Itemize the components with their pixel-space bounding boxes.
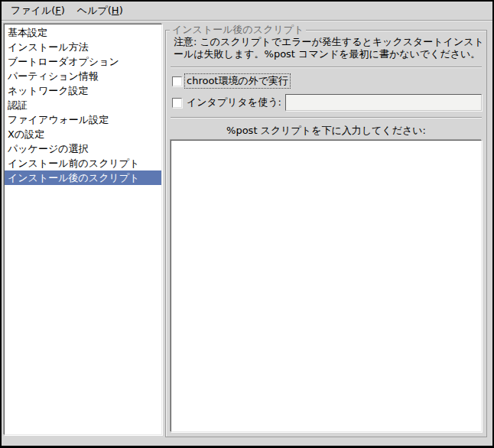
sidebar-item[interactable]: 基本設定 xyxy=(5,25,161,40)
menu-help-label: ヘルプ( xyxy=(77,5,112,16)
menu-help[interactable]: ヘルプ(H) xyxy=(71,2,129,20)
sidebar-item[interactable]: パッケージの選択 xyxy=(5,141,161,156)
menu-help-mnemonic: H xyxy=(112,5,119,16)
warning-note-line1: 注意: このスクリプトでエラーが発生するとキックスタートインスト xyxy=(174,36,482,48)
chroot-checkbox-label[interactable]: chroot環境の外で実行 xyxy=(185,74,290,88)
main-content: 基本設定インストール方法ブートローダオプションパーティション情報ネットワーク設定… xyxy=(2,21,492,444)
post-script-frame: インストール後のスクリプト 注意: このスクリプトでエラーが発生するとキックスタ… xyxy=(165,30,487,437)
chroot-checkbox[interactable] xyxy=(172,76,182,86)
sidebar-item[interactable]: 認証 xyxy=(5,98,161,112)
kickstart-configurator-window: ファイル(F) ヘルプ(H) 基本設定インストール方法ブートローダオプションパー… xyxy=(0,0,494,448)
warning-note: 注意: このスクリプトでエラーが発生するとキックスタートインスト ールは失敗しま… xyxy=(174,36,482,60)
sidebar-item[interactable]: ネットワーク設定 xyxy=(5,83,161,98)
sidebar-item[interactable]: ファイアウォール設定 xyxy=(5,112,161,127)
menu-file-label-close: ) xyxy=(61,5,65,16)
sidebar-item[interactable]: ブートローダオプション xyxy=(5,54,161,69)
menu-file-label: ファイル( xyxy=(11,5,55,16)
separator xyxy=(171,67,482,68)
menu-bar: ファイル(F) ヘルプ(H) xyxy=(2,2,492,21)
menu-file[interactable]: ファイル(F) xyxy=(5,2,71,20)
frame-body: 注意: このスクリプトでエラーが発生するとキックスタートインスト ールは失敗しま… xyxy=(166,31,486,437)
sidebar-item[interactable]: Xの設定 xyxy=(5,127,161,141)
sidebar-item[interactable]: インストール前のスクリプト xyxy=(5,156,161,170)
category-list[interactable]: 基本設定インストール方法ブートローダオプションパーティション情報ネットワーク設定… xyxy=(4,24,162,435)
frame-title: インストール後のスクリプト xyxy=(170,24,306,36)
interpreter-checkbox-label[interactable]: インタプリタを使う: xyxy=(185,96,283,109)
sidebar-item[interactable]: インストール後のスクリプト xyxy=(5,170,161,185)
chroot-row: chroot環境の外で実行 xyxy=(172,74,482,88)
interpreter-input[interactable] xyxy=(285,94,482,111)
sidebar-item[interactable]: パーティション情報 xyxy=(5,69,161,83)
separator xyxy=(171,117,482,118)
sidebar-item[interactable]: インストール方法 xyxy=(5,40,161,54)
interpreter-row: インタプリタを使う: xyxy=(172,94,482,111)
menu-help-label-close: ) xyxy=(119,5,123,16)
warning-note-line2: ールは失敗します。%post コマンドを最初に書かないでください。 xyxy=(174,48,482,60)
script-prompt-label: %post スクリプトを下に入力してください: xyxy=(171,124,482,138)
interpreter-checkbox[interactable] xyxy=(172,98,182,108)
menu-file-mnemonic: F xyxy=(55,5,60,16)
post-script-textarea[interactable] xyxy=(171,140,482,432)
